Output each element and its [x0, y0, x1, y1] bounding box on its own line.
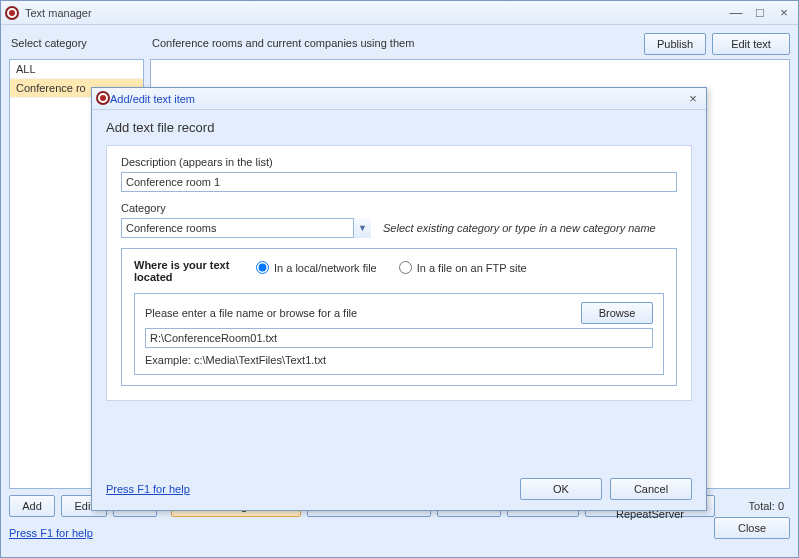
ok-button[interactable]: OK — [520, 478, 602, 500]
location-ftp-option[interactable]: In a file on an FTP site — [399, 261, 527, 274]
browse-button[interactable]: Browse — [581, 302, 653, 324]
dialog-form: Description (appears in the list) Catego… — [106, 145, 692, 401]
location-local-label: In a local/network file — [274, 262, 377, 274]
category-input[interactable] — [121, 218, 371, 238]
window-title: Text manager — [25, 7, 726, 19]
help-link[interactable]: Press F1 for help — [9, 527, 93, 539]
location-ftp-radio[interactable] — [399, 261, 412, 274]
dialog-title: Add/edit text item — [110, 93, 684, 105]
svg-point-3 — [100, 95, 106, 101]
app-icon — [5, 6, 19, 20]
titlebar: Text manager — □ × — [1, 1, 798, 25]
minimize-button[interactable]: — — [726, 5, 746, 21]
dialog-help-link[interactable]: Press F1 for help — [106, 483, 190, 495]
dialog-heading: Add text file record — [106, 120, 692, 135]
close-button[interactable]: Close — [714, 517, 790, 539]
text-manager-window: Text manager — □ × Select category Confe… — [0, 0, 799, 558]
publish-button[interactable]: Publish — [644, 33, 706, 55]
description-input[interactable] — [121, 172, 677, 192]
category-select[interactable]: ▼ — [121, 218, 371, 238]
file-group: Please enter a file name or browse for a… — [134, 293, 664, 375]
selected-detail-label: Conference rooms and current companies u… — [150, 33, 638, 53]
dialog-titlebar: Add/edit text item × — [92, 88, 706, 110]
add-edit-text-item-dialog: Add/edit text item × Add text file recor… — [91, 87, 707, 511]
dialog-close-button[interactable]: × — [684, 92, 702, 106]
close-window-button[interactable]: × — [774, 5, 794, 21]
category-item-all[interactable]: ALL — [10, 60, 143, 79]
add-category-button[interactable]: Add — [9, 495, 55, 517]
file-label: Please enter a file name or browse for a… — [145, 307, 581, 319]
maximize-button[interactable]: □ — [750, 5, 770, 21]
edit-text-button[interactable]: Edit text — [712, 33, 790, 55]
location-local-option[interactable]: In a local/network file — [256, 261, 377, 274]
location-group: Where is your text located In a local/ne… — [121, 248, 677, 386]
category-label: Category — [121, 202, 677, 214]
cancel-button[interactable]: Cancel — [610, 478, 692, 500]
svg-point-1 — [9, 10, 15, 16]
location-local-radio[interactable] — [256, 261, 269, 274]
dropdown-caret-icon[interactable]: ▼ — [353, 218, 371, 238]
file-example-label: Example: c:\Media\TextFiles\Text1.txt — [145, 354, 653, 366]
description-label: Description (appears in the list) — [121, 156, 677, 168]
category-hint: Select existing category or type in a ne… — [383, 222, 656, 234]
total-count-label: Total: 0 — [749, 500, 790, 512]
select-category-label: Select category — [9, 33, 144, 53]
location-ftp-label: In a file on an FTP site — [417, 262, 527, 274]
file-path-input[interactable] — [145, 328, 653, 348]
location-heading: Where is your text located — [134, 259, 244, 283]
app-icon — [96, 91, 110, 107]
